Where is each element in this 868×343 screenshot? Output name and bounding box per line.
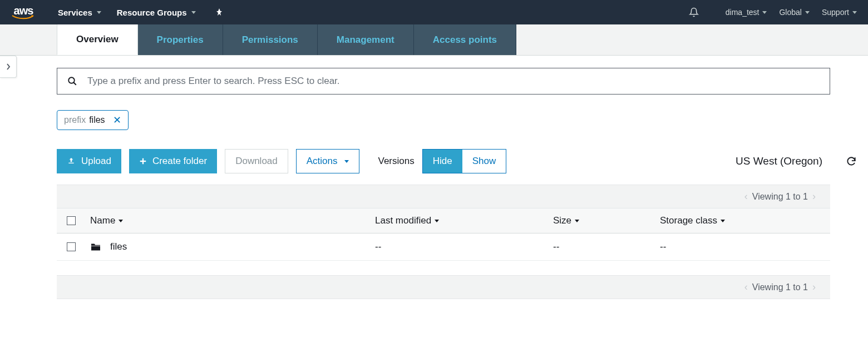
resource-groups-label: Resource Groups <box>117 8 187 17</box>
caret-down-icon <box>762 11 767 14</box>
prefix-filter-value: files <box>89 115 105 125</box>
tab-overview[interactable]: Overview <box>57 24 138 55</box>
clear-filter-button[interactable]: ✕ <box>113 115 121 125</box>
pager-next-icon[interactable]: › <box>812 281 816 293</box>
support-menu[interactable]: Support <box>822 8 857 17</box>
content-area: prefix files ✕ Upload Create folder Down… <box>0 56 868 310</box>
aws-logo[interactable]: aws <box>11 5 36 19</box>
object-table: ‹ Viewing 1 to 1 › Name Last modified Si… <box>57 185 830 299</box>
table-header: Name Last modified Size Storage class <box>57 208 830 233</box>
row-size: -- <box>553 241 559 252</box>
chevron-right-icon <box>6 63 11 70</box>
sort-caret-icon <box>119 220 123 222</box>
caret-down-icon <box>852 11 857 14</box>
select-all-checkbox[interactable] <box>67 216 76 225</box>
sidebar-expand-handle[interactable] <box>0 56 17 78</box>
refresh-button[interactable] <box>846 156 857 167</box>
sort-caret-icon <box>721 220 725 222</box>
svg-rect-4 <box>140 161 146 162</box>
tab-bar: Overview Properties Permissions Manageme… <box>0 24 868 56</box>
download-button: Download <box>225 149 288 173</box>
svg-point-0 <box>68 77 75 83</box>
account-label: dima_test <box>726 8 760 17</box>
header-size[interactable]: Size <box>553 215 571 226</box>
versions-label: Versions <box>378 156 415 167</box>
caret-down-icon <box>805 11 810 14</box>
refresh-icon <box>846 156 857 167</box>
row-storage-class: -- <box>660 241 666 252</box>
services-menu[interactable]: Services <box>58 8 101 17</box>
versions-hide-button[interactable]: Hide <box>423 150 462 173</box>
sort-caret-icon <box>435 220 439 222</box>
pager-text: Viewing 1 to 1 <box>752 192 808 202</box>
create-folder-label: Create folder <box>152 156 207 167</box>
support-label: Support <box>822 8 849 17</box>
pager-text: Viewing 1 to 1 <box>752 282 808 292</box>
header-name[interactable]: Name <box>90 215 115 226</box>
table-row[interactable]: files -- -- -- <box>57 233 830 261</box>
actions-menu[interactable]: Actions <box>296 149 359 173</box>
tab-management[interactable]: Management <box>318 24 414 55</box>
upload-label: Upload <box>81 156 111 167</box>
pager-next-icon[interactable]: › <box>812 191 816 202</box>
pin-icon[interactable] <box>215 8 224 17</box>
aws-logo-text: aws <box>14 5 33 16</box>
sort-caret-icon <box>575 220 579 222</box>
upload-button[interactable]: Upload <box>57 149 121 173</box>
search-icon <box>67 76 77 86</box>
resource-groups-menu[interactable]: Resource Groups <box>117 8 196 17</box>
tab-permissions[interactable]: Permissions <box>223 24 318 55</box>
prefix-filter-chip: prefix files ✕ <box>57 110 129 130</box>
toolbar: Upload Create folder Download Actions Ve… <box>57 149 857 173</box>
notifications-icon[interactable] <box>689 7 699 17</box>
pager-prev-icon[interactable]: ‹ <box>744 281 748 293</box>
header-storage-class[interactable]: Storage class <box>660 215 717 226</box>
versions-show-button[interactable]: Show <box>462 150 506 173</box>
account-menu[interactable]: dima_test <box>726 8 767 17</box>
caret-down-icon <box>344 160 349 163</box>
download-label: Download <box>235 156 278 167</box>
caret-down-icon <box>97 11 101 14</box>
versions-toggle: Hide Show <box>422 149 507 173</box>
caret-down-icon <box>191 11 196 14</box>
region-menu[interactable]: Global <box>779 8 809 17</box>
services-label: Services <box>58 8 92 17</box>
actions-label: Actions <box>307 156 338 167</box>
plus-icon <box>139 157 147 165</box>
row-name: files <box>110 241 127 252</box>
tab-properties[interactable]: Properties <box>138 24 223 55</box>
pager-bottom: ‹ Viewing 1 to 1 › <box>57 275 830 299</box>
upload-icon <box>67 157 76 166</box>
row-last-modified: -- <box>375 241 381 252</box>
row-checkbox[interactable] <box>67 242 76 251</box>
tab-access-points[interactable]: Access points <box>414 24 516 55</box>
svg-rect-2 <box>68 163 73 163</box>
region-label: Global <box>779 8 801 17</box>
header-last-modified[interactable]: Last modified <box>375 215 431 226</box>
pager-top: ‹ Viewing 1 to 1 › <box>57 185 830 208</box>
pager-prev-icon[interactable]: ‹ <box>744 191 748 202</box>
folder-icon <box>90 242 101 251</box>
top-nav: aws Services Resource Groups dima_test G… <box>0 0 868 24</box>
bucket-region-text: US West (Oregon) <box>736 155 822 167</box>
search-input[interactable] <box>87 76 820 87</box>
create-folder-button[interactable]: Create folder <box>129 149 217 173</box>
svg-line-1 <box>73 82 76 85</box>
prefix-filter-label: prefix <box>64 115 86 125</box>
aws-smile-icon <box>11 15 36 19</box>
search-bar <box>57 68 830 95</box>
